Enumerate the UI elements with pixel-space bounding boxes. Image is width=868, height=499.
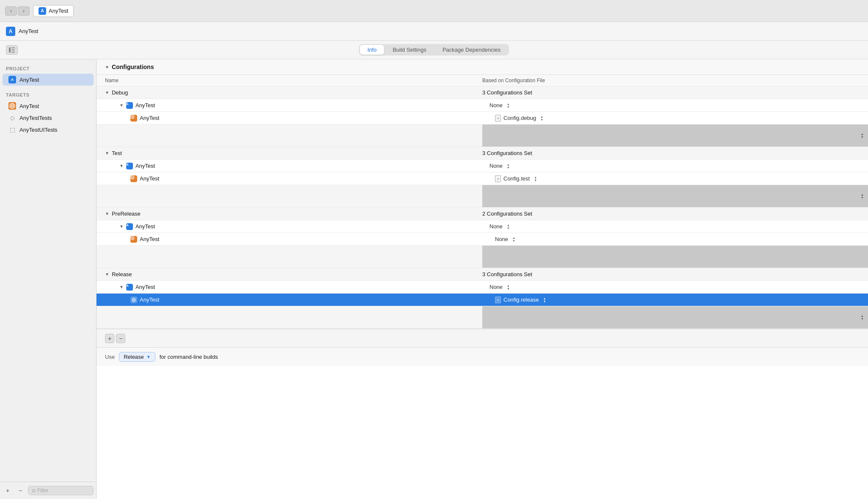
svg-rect-3	[11, 52, 15, 53]
debug-anytest-child-row[interactable]: AnyTest ≡ Config.debug ▲ ▼	[97, 112, 868, 125]
target-anytest-label: AnyTest	[19, 103, 39, 109]
test-child-stepper[interactable]: ▲▼	[534, 176, 537, 182]
filter-placeholder: Filter	[37, 488, 49, 493]
remove-config-button[interactable]: −	[116, 334, 125, 343]
debug-gray-left	[97, 125, 482, 147]
debug-anytest-value: None ▲ ▼	[489, 102, 860, 108]
debug-anytest-row[interactable]: ▼ A AnyTest None ▲ ▼	[97, 99, 868, 112]
target-app-icon	[8, 102, 16, 110]
release-gray-row: ▲ ▼	[97, 306, 868, 329]
prerelease-anytest-stepper[interactable]: ▲▼	[507, 224, 510, 230]
sidebar-item-anytestuitests-target[interactable]: ⬚ AnyTestUITests	[3, 124, 94, 136]
sidebar-toggle-button[interactable]	[6, 45, 18, 55]
test-config-file-icon: ≡	[495, 175, 501, 182]
add-target-button[interactable]: +	[3, 485, 13, 496]
svg-point-11	[131, 236, 134, 240]
release-child-stepper[interactable]: ▲▼	[543, 297, 546, 303]
test-child-value: ≡ Config.test ▲▼	[495, 175, 860, 182]
segment-tabs: Info Build Settings Package Dependencies	[359, 44, 509, 55]
back-button[interactable]: ‹	[5, 6, 17, 16]
test-child-icon	[130, 175, 137, 182]
project-icon: A	[8, 76, 16, 83]
add-config-button[interactable]: +	[105, 334, 114, 343]
sidebar-item-anytesttests-target[interactable]: ◇ AnyTestTests	[3, 112, 94, 124]
test-label: Test	[112, 150, 122, 156]
release-config-value: Config.release	[503, 297, 539, 303]
test-gray-stepper[interactable]: ▲ ▼	[861, 193, 864, 199]
debug-gray-right: ▲ ▼	[482, 125, 868, 147]
svg-point-7	[131, 115, 134, 119]
use-description: for command-line builds	[160, 354, 218, 360]
svg-point-9	[131, 176, 134, 179]
prerelease-label: PreRelease	[112, 211, 141, 217]
debug-child-label: AnyTest	[140, 115, 159, 121]
release-chevron: ▼	[105, 272, 109, 277]
filter-input-container[interactable]: ⊙ Filter	[28, 486, 94, 495]
use-select-value: Release	[124, 354, 144, 360]
release-anytest-value: None ▲▼	[489, 284, 860, 290]
test-chevron: ▼	[105, 151, 109, 155]
test-anytest-label: AnyTest	[135, 163, 155, 169]
debug-child-value: ≡ Config.debug ▲ ▼	[495, 115, 860, 122]
debug-count: 3 Configurations Set	[482, 89, 860, 96]
test-child-label: AnyTest	[140, 175, 159, 182]
release-child-name-cell: AnyTest	[130, 297, 495, 303]
active-tab: A AnyTest	[33, 5, 74, 17]
release-gray-right: ▲ ▼	[482, 306, 868, 328]
prerelease-gray-left	[97, 246, 482, 268]
test-gray-row: ▲ ▼	[97, 185, 868, 208]
release-gray-stepper[interactable]: ▲ ▼	[861, 314, 864, 320]
tab-info[interactable]: Info	[360, 45, 384, 55]
use-select[interactable]: Release ▼	[119, 352, 155, 362]
test-anytest-stepper[interactable]: ▲▼	[507, 163, 510, 169]
release-count: 3 Configurations Set	[482, 271, 860, 277]
release-anytest-row[interactable]: ▼ A AnyTest None ▲▼	[97, 281, 868, 294]
prerelease-child-icon	[130, 236, 137, 243]
svg-point-14	[133, 299, 135, 301]
prerelease-anytest-chevron: ▼	[119, 224, 124, 229]
release-anytest-name: ▼ A AnyTest	[119, 284, 489, 291]
svg-point-12	[132, 237, 133, 239]
prerelease-anytest-name: ▼ A AnyTest	[119, 223, 489, 230]
sidebar-item-anytest-target[interactable]: AnyTest	[3, 100, 94, 112]
debug-gray-stepper[interactable]: ▲ ▼	[861, 133, 864, 139]
tab-build-settings[interactable]: Build Settings	[385, 45, 434, 55]
tab-package-dependencies[interactable]: Package Dependencies	[435, 45, 508, 55]
release-anytest-child-row[interactable]: AnyTest ≡ Config.release ▲▼	[97, 294, 868, 306]
prerelease-child-name-cell: AnyTest	[130, 236, 495, 243]
prerelease-anytest-child-row[interactable]: AnyTest None ▲▼	[97, 233, 868, 246]
nav-arrows: ‹ ›	[5, 6, 30, 16]
main-layout: PROJECT A AnyTest TARGETS AnyTest ◇ AnyT…	[0, 59, 868, 499]
prerelease-child-value: None ▲▼	[495, 236, 860, 242]
prerelease-child-stepper[interactable]: ▲▼	[512, 236, 515, 242]
release-label: Release	[112, 271, 132, 277]
remove-target-button[interactable]: −	[15, 485, 25, 496]
project-title: AnyTest	[19, 28, 38, 34]
svg-point-8	[132, 116, 133, 118]
test-anytest-value: None ▲▼	[489, 163, 860, 169]
sidebar-footer: + − ⊙ Filter	[0, 482, 96, 499]
debug-config-file-icon: ≡	[495, 115, 501, 122]
target-tests-icon: ◇	[8, 114, 16, 122]
test-gray-left	[97, 185, 482, 207]
debug-name-cell: ▼ Debug	[105, 89, 482, 96]
test-anytest-child-row[interactable]: AnyTest ≡ Config.test ▲▼	[97, 172, 868, 185]
release-anytest-stepper[interactable]: ▲▼	[507, 284, 510, 290]
release-gray-left	[97, 306, 482, 328]
debug-child-stepper[interactable]: ▲ ▼	[540, 115, 543, 121]
prerelease-anytest-value: None ▲▼	[489, 223, 860, 230]
test-anytest-chevron: ▼	[119, 164, 124, 168]
add-remove-buttons: + −	[105, 334, 125, 343]
prerelease-chevron: ▼	[105, 211, 109, 216]
debug-gray-row: ▲ ▼	[97, 125, 868, 147]
test-anytest-row[interactable]: ▼ A AnyTest None ▲▼	[97, 160, 868, 172]
forward-button[interactable]: ›	[18, 6, 30, 16]
prerelease-anytest-row[interactable]: ▼ A AnyTest None ▲▼	[97, 220, 868, 233]
debug-anytest-stepper[interactable]: ▲ ▼	[507, 103, 510, 108]
sidebar-item-anytest-project[interactable]: A AnyTest	[3, 74, 94, 86]
project-item-label: AnyTest	[19, 77, 39, 83]
prerelease-anytest-icon: A	[126, 223, 133, 230]
release-anytest-chevron: ▼	[119, 285, 124, 289]
project-section-label: PROJECT	[0, 66, 96, 74]
debug-group-header: ▼ Debug 3 Configurations Set	[97, 86, 868, 99]
